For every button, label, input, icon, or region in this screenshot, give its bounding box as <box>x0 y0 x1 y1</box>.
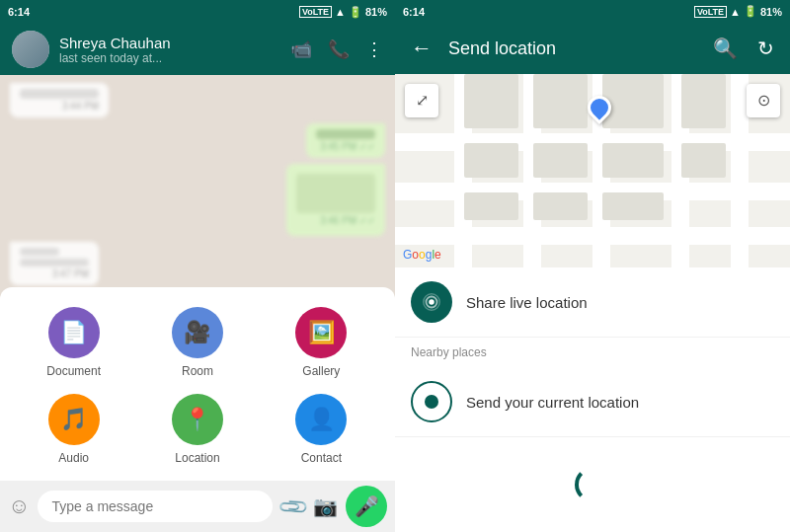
attach-gallery[interactable]: 🖼️ Gallery <box>264 307 379 378</box>
share-live-location-row[interactable]: Share live location <box>395 267 790 338</box>
room-label: Room <box>182 364 213 378</box>
nearby-places-label-row: Nearby places <box>395 338 790 367</box>
audio-label: Audio <box>58 451 89 465</box>
document-icon: 📄 <box>48 307 100 358</box>
room-icon: 🎥 <box>172 307 223 358</box>
gallery-label: Gallery <box>302 364 340 378</box>
location-icon: 📍 <box>172 394 223 445</box>
location-header-icons: 🔍 ↻ <box>713 37 774 60</box>
document-label: Document <box>46 364 101 378</box>
message-bubble-in-2: 3:47 PM <box>10 242 99 285</box>
input-bar: ☺ 📎 📷 🎤 <box>0 481 395 532</box>
share-live-location-label: Share live location <box>466 294 588 311</box>
spinner-icon <box>575 467 610 502</box>
right-panel: 6:14 VoLTE ▲ 🔋 81% ← Send location 🔍 ↻ <box>395 0 790 532</box>
right-time-display: 6:14 <box>403 6 425 18</box>
message-input[interactable] <box>38 491 273 522</box>
chat-header: Shreya Chauhan last seen today at... 📹 📞… <box>0 24 395 75</box>
nearby-places-label: Nearby places <box>411 345 487 359</box>
signal-indicator: VoLTE <box>299 6 332 18</box>
contact-status: last seen today at... <box>59 51 280 65</box>
attach-room[interactable]: 🎥 Room <box>139 307 255 378</box>
right-time: 6:14 <box>403 6 425 18</box>
location-header: ← Send location 🔍 ↻ <box>395 24 790 74</box>
mic-button[interactable]: 🎤 <box>346 486 387 527</box>
back-button[interactable]: ← <box>411 36 433 61</box>
right-signal: VoLTE <box>694 6 727 18</box>
contact-icon: 👤 <box>295 394 347 445</box>
location-header-title: Send location <box>448 38 697 59</box>
message-bubble-out-2: 3:46 PM ✓✓ <box>286 164 385 236</box>
attach-audio[interactable]: 🎵 Audio <box>16 394 131 465</box>
right-battery-icon: 🔋 <box>744 5 757 18</box>
video-call-icon[interactable]: 📹 <box>290 38 312 60</box>
wifi-icon: ▲ <box>335 6 346 18</box>
gallery-icon: 🖼️ <box>295 307 347 358</box>
contact-label: Contact <box>301 451 342 465</box>
attach-icon[interactable]: 📎 <box>276 490 310 524</box>
message-bubble-in: 3:44 PM <box>10 83 109 117</box>
live-location-icon <box>411 281 452 323</box>
refresh-icon[interactable]: ↻ <box>757 37 774 60</box>
send-current-location-row[interactable]: Send your current location <box>395 367 790 437</box>
time-display: 6:14 <box>8 6 30 18</box>
right-status-indicators: VoLTE ▲ 🔋 81% <box>694 5 782 18</box>
contact-name: Shreya Chauhan <box>59 35 280 51</box>
map-pin <box>588 96 611 119</box>
search-icon[interactable]: 🔍 <box>713 37 738 60</box>
camera-icon[interactable]: 📷 <box>313 494 338 518</box>
emoji-icon[interactable]: ☺ <box>8 494 30 519</box>
status-time: 6:14 <box>8 6 30 18</box>
header-action-icons: 📹 📞 ⋮ <box>290 38 383 60</box>
more-options-icon[interactable]: ⋮ <box>365 38 383 60</box>
map-background <box>395 74 790 267</box>
avatar <box>12 31 49 68</box>
attach-document[interactable]: 📄 Document <box>16 307 131 378</box>
locate-me-button[interactable]: ⊙ <box>747 84 780 117</box>
location-label: Location <box>175 451 219 465</box>
right-status-bar: 6:14 VoLTE ▲ 🔋 81% <box>395 0 790 24</box>
right-battery-level: 81% <box>760 6 782 18</box>
battery-level: 81% <box>365 6 387 18</box>
map-view[interactable]: ⤢ ⊙ Google <box>395 74 790 267</box>
status-indicators: VoLTE ▲ 🔋 81% <box>299 6 387 19</box>
battery-icon: 🔋 <box>349 6 362 19</box>
attach-location[interactable]: 📍 Location <box>139 394 255 465</box>
left-panel: 6:14 VoLTE ▲ 🔋 81% Shreya Chauhan last s… <box>0 0 395 532</box>
audio-icon: 🎵 <box>48 394 100 445</box>
right-wifi-icon: ▲ <box>730 6 741 18</box>
google-logo: Google <box>403 248 441 262</box>
message-bubble-out-1: 3:45 PM ✓✓ <box>306 123 385 158</box>
left-status-bar: 6:14 VoLTE ▲ 🔋 81% <box>0 0 395 24</box>
current-location-icon <box>411 381 452 422</box>
expand-map-button[interactable]: ⤢ <box>405 84 438 117</box>
loading-indicator <box>395 437 790 532</box>
attach-contact[interactable]: 👤 Contact <box>264 394 379 465</box>
svg-point-0 <box>429 299 434 305</box>
call-icon[interactable]: 📞 <box>328 38 350 60</box>
attachment-panel: 📄 Document 🎥 Room 🖼️ Gallery 🎵 Audio 📍 L… <box>0 287 395 481</box>
send-current-location-label: Send your current location <box>466 394 639 411</box>
location-options: Share live location Nearby places Send y… <box>395 267 790 532</box>
contact-info: Shreya Chauhan last seen today at... <box>59 35 280 65</box>
